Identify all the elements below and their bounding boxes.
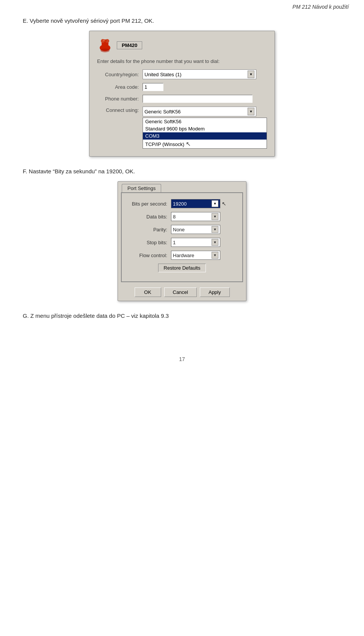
connect-row: Connect using: Generic SoftK56 ▼ Generic… — [97, 107, 267, 149]
stop-bits-row: Stop bits: 1 ▼ — [129, 238, 235, 247]
cursor-arrow-icon: ↖ — [186, 140, 191, 148]
page-number: 17 — [179, 356, 185, 362]
area-code-input-field — [143, 83, 267, 91]
dialog-buttons: OK Cancel Apply — [118, 285, 246, 301]
ok-button[interactable]: OK — [135, 287, 161, 297]
stop-bits-label: Stop bits: — [129, 240, 167, 245]
port-settings-tab[interactable]: Port Settings — [122, 184, 161, 192]
header-title: PM 212 Návod k použití — [292, 4, 349, 10]
parity-value: None — [173, 227, 185, 232]
bits-per-second-dropdown-btn[interactable]: ▼ — [212, 200, 218, 207]
parity-dropdown-btn[interactable]: ▼ — [212, 226, 218, 233]
cancel-button[interactable]: Cancel — [164, 287, 197, 297]
step-g-text: G. Z menu přístroje odešlete data do PC … — [23, 313, 341, 319]
phone-input-field — [143, 95, 267, 103]
stop-bits-value: 1 — [173, 240, 176, 245]
flow-control-dropdown-btn[interactable]: ▼ — [212, 252, 218, 259]
svg-point-5 — [100, 49, 110, 52]
country-input-field: United States (1) ▼ — [143, 69, 267, 79]
apply-button[interactable]: Apply — [200, 287, 230, 297]
dropdown-item-0[interactable]: Generic SoftK56 — [143, 118, 267, 125]
page-footer: 17 — [0, 349, 364, 370]
flow-control-value: Hardware — [173, 253, 194, 258]
connect-select-row: Generic SoftK56 ▼ — [143, 107, 267, 116]
connect-select[interactable]: Generic SoftK56 ▼ — [143, 107, 256, 116]
data-bits-value: 8 — [173, 214, 176, 220]
page-header: PM 212 Návod k použití — [0, 0, 364, 10]
parity-label: Parity: — [129, 227, 167, 232]
restore-defaults-container: Restore Defaults — [129, 264, 235, 272]
dropdown-item-3[interactable]: TCP/IP (Winsock) ↖ — [143, 140, 267, 148]
connect-container: Generic SoftK56 ▼ Generic SoftK56 Standa… — [143, 107, 267, 149]
country-row: Country/region: United States (1) ▼ — [97, 69, 267, 79]
connect-label: Connect using: — [97, 107, 139, 113]
cursor-icon: ↖ — [222, 201, 226, 207]
phone-input[interactable] — [143, 95, 253, 103]
connect-value: Generic SoftK56 — [144, 109, 180, 115]
pm420-app-name: PM420 — [117, 41, 142, 49]
data-bits-select[interactable]: 8 ▼ — [171, 212, 220, 221]
area-code-row: Area code: — [97, 83, 267, 91]
stop-bits-select[interactable]: 1 ▼ — [171, 238, 220, 247]
area-code-label: Area code: — [97, 84, 139, 90]
page-content: E. Vyberte nově vytvořený sériový port P… — [0, 10, 364, 349]
data-bits-label: Data bits: — [129, 214, 167, 220]
phone-row: Phone number: — [97, 95, 267, 103]
connect-dropdown-btn[interactable]: ▼ — [248, 108, 254, 115]
dropdown-item-2[interactable]: COM3 — [143, 132, 267, 140]
flow-control-label: Flow control: — [129, 253, 167, 258]
restore-defaults-button[interactable]: Restore Defaults — [158, 264, 206, 272]
stop-bits-dropdown-btn[interactable]: ▼ — [212, 239, 218, 246]
bits-per-second-value: 19200 — [173, 201, 187, 207]
flow-control-select[interactable]: Hardware ▼ — [171, 251, 220, 260]
dropdown-item-1[interactable]: Standard 9600 bps Modem — [143, 125, 267, 132]
connect-dropdown-list: Generic SoftK56 Standard 9600 bps Modem … — [143, 118, 267, 149]
country-select[interactable]: United States (1) ▼ — [143, 69, 256, 79]
flow-control-row: Flow control: Hardware ▼ — [129, 251, 235, 260]
parity-row: Parity: None ▼ — [129, 225, 235, 234]
phone-label: Phone number: — [97, 96, 139, 102]
country-label: Country/region: — [97, 72, 139, 77]
bits-per-second-select[interactable]: 19200 ▼ — [171, 199, 220, 208]
pm420-title-bar: PM420 — [97, 37, 267, 53]
area-code-input[interactable] — [143, 83, 163, 91]
parity-select[interactable]: None ▼ — [171, 225, 220, 234]
svg-point-6 — [103, 40, 105, 41]
port-settings-body: Bits per second: 19200 ▼ ↖ Data bits: 8 … — [121, 192, 243, 282]
step-e-text: E. Vyberte nově vytvořený sériový port P… — [23, 17, 341, 24]
pm420-prompt: Enter details for the phone number that … — [97, 58, 267, 64]
country-value: United States (1) — [144, 72, 182, 77]
bits-per-second-label: Bits per second: — [129, 201, 167, 207]
pm420-dialog: PM420 Enter details for the phone number… — [89, 31, 275, 157]
country-dropdown-btn[interactable]: ▼ — [248, 71, 254, 78]
port-settings-dialog: Port Settings Bits per second: 19200 ▼ ↖… — [118, 181, 246, 301]
step-f-text: F. Nastavte “Bity za sekundu” na 19200, … — [23, 168, 341, 174]
data-bits-dropdown-btn[interactable]: ▼ — [212, 213, 218, 220]
data-bits-row: Data bits: 8 ▼ — [129, 212, 235, 221]
phone-icon — [97, 37, 113, 53]
bits-per-second-row: Bits per second: 19200 ▼ ↖ — [129, 199, 235, 208]
